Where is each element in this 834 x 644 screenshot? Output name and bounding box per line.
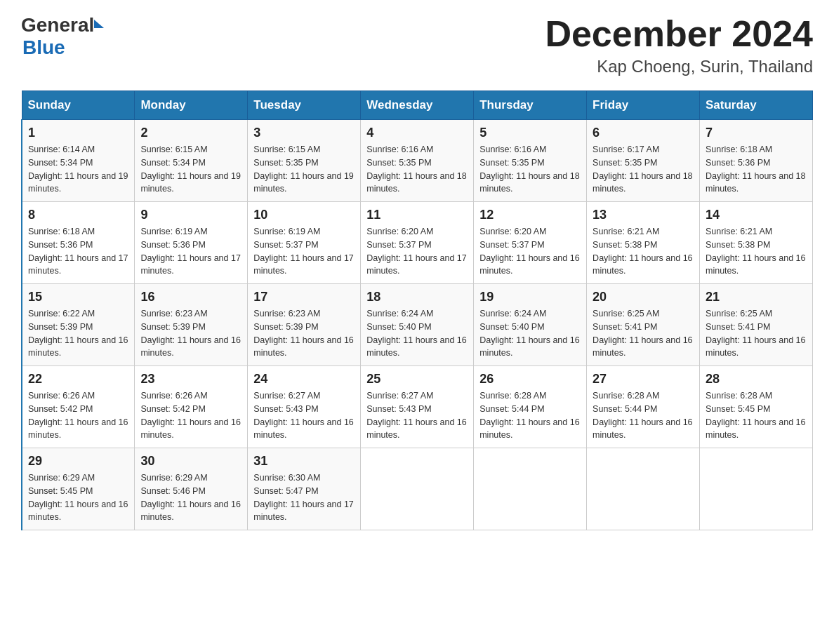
day-number: 31 — [253, 454, 355, 469]
calendar-cell: 31Sunrise: 6:30 AMSunset: 5:47 PMDayligh… — [248, 448, 361, 530]
weekday-header-row: SundayMondayTuesdayWednesdayThursdayFrid… — [22, 91, 813, 120]
day-info: Sunrise: 6:15 AMSunset: 5:34 PMDaylight:… — [140, 143, 241, 196]
weekday-header-saturday: Saturday — [700, 91, 813, 120]
calendar-cell: 11Sunrise: 6:20 AMSunset: 5:37 PMDayligh… — [361, 202, 474, 284]
calendar-cell: 26Sunrise: 6:28 AMSunset: 5:44 PMDayligh… — [474, 366, 587, 448]
day-number: 2 — [140, 126, 241, 140]
calendar-cell: 15Sunrise: 6:22 AMSunset: 5:39 PMDayligh… — [22, 284, 135, 366]
day-info: Sunrise: 6:19 AMSunset: 5:37 PMDaylight:… — [253, 225, 355, 278]
calendar-cell: 6Sunrise: 6:17 AMSunset: 5:35 PMDaylight… — [587, 120, 700, 202]
day-info: Sunrise: 6:28 AMSunset: 5:44 PMDaylight:… — [593, 389, 694, 442]
logo-arrow-icon — [94, 20, 104, 28]
weekday-header-tuesday: Tuesday — [248, 91, 361, 120]
calendar-cell: 23Sunrise: 6:26 AMSunset: 5:42 PMDayligh… — [135, 366, 248, 448]
day-info: Sunrise: 6:23 AMSunset: 5:39 PMDaylight:… — [253, 307, 355, 360]
day-info: Sunrise: 6:24 AMSunset: 5:40 PMDaylight:… — [479, 307, 581, 360]
day-info: Sunrise: 6:25 AMSunset: 5:41 PMDaylight:… — [706, 307, 807, 360]
calendar-cell: 20Sunrise: 6:25 AMSunset: 5:41 PMDayligh… — [587, 284, 700, 366]
day-number: 15 — [28, 290, 128, 304]
calendar-cell: 2Sunrise: 6:15 AMSunset: 5:34 PMDaylight… — [135, 120, 248, 202]
calendar-cell: 29Sunrise: 6:29 AMSunset: 5:45 PMDayligh… — [22, 448, 135, 530]
calendar-cell: 7Sunrise: 6:18 AMSunset: 5:36 PMDaylight… — [700, 120, 813, 202]
day-info: Sunrise: 6:29 AMSunset: 5:46 PMDaylight:… — [140, 471, 241, 524]
day-info: Sunrise: 6:25 AMSunset: 5:41 PMDaylight:… — [593, 307, 694, 360]
calendar-cell: 13Sunrise: 6:21 AMSunset: 5:38 PMDayligh… — [587, 202, 700, 284]
calendar-week-row: 22Sunrise: 6:26 AMSunset: 5:42 PMDayligh… — [22, 366, 813, 448]
day-info: Sunrise: 6:14 AMSunset: 5:34 PMDaylight:… — [28, 143, 128, 196]
day-number: 18 — [366, 290, 468, 304]
location-subtitle: Kap Choeng, Surin, Thailand — [545, 57, 813, 76]
day-number: 26 — [479, 372, 581, 387]
calendar-cell — [474, 448, 587, 530]
day-number: 20 — [593, 290, 694, 304]
day-info: Sunrise: 6:19 AMSunset: 5:36 PMDaylight:… — [140, 225, 241, 278]
day-number: 22 — [28, 372, 128, 387]
day-info: Sunrise: 6:16 AMSunset: 5:35 PMDaylight:… — [479, 143, 581, 196]
day-info: Sunrise: 6:15 AMSunset: 5:35 PMDaylight:… — [253, 143, 355, 196]
calendar-cell: 9Sunrise: 6:19 AMSunset: 5:36 PMDaylight… — [135, 202, 248, 284]
day-number: 23 — [140, 372, 241, 387]
day-info: Sunrise: 6:27 AMSunset: 5:43 PMDaylight:… — [366, 389, 468, 442]
day-info: Sunrise: 6:21 AMSunset: 5:38 PMDaylight:… — [706, 225, 807, 278]
day-number: 7 — [706, 126, 807, 140]
day-info: Sunrise: 6:18 AMSunset: 5:36 PMDaylight:… — [28, 225, 128, 278]
day-number: 6 — [593, 126, 694, 140]
day-info: Sunrise: 6:26 AMSunset: 5:42 PMDaylight:… — [140, 389, 241, 442]
calendar-cell: 5Sunrise: 6:16 AMSunset: 5:35 PMDaylight… — [474, 120, 587, 202]
calendar-cell: 27Sunrise: 6:28 AMSunset: 5:44 PMDayligh… — [587, 366, 700, 448]
day-info: Sunrise: 6:28 AMSunset: 5:44 PMDaylight:… — [479, 389, 581, 442]
month-year-title: December 2024 — [545, 14, 813, 54]
calendar-cell: 30Sunrise: 6:29 AMSunset: 5:46 PMDayligh… — [135, 448, 248, 530]
page-header: General Blue December 2024 Kap Choeng, S… — [21, 14, 813, 76]
day-number: 1 — [28, 126, 128, 140]
day-number: 17 — [253, 290, 355, 304]
calendar-cell: 25Sunrise: 6:27 AMSunset: 5:43 PMDayligh… — [361, 366, 474, 448]
weekday-header-sunday: Sunday — [22, 91, 135, 120]
calendar-cell: 3Sunrise: 6:15 AMSunset: 5:35 PMDaylight… — [248, 120, 361, 202]
calendar-cell: 8Sunrise: 6:18 AMSunset: 5:36 PMDaylight… — [22, 202, 135, 284]
day-number: 27 — [593, 372, 694, 387]
day-info: Sunrise: 6:17 AMSunset: 5:35 PMDaylight:… — [593, 143, 694, 196]
day-number: 28 — [706, 372, 807, 387]
day-number: 30 — [140, 454, 241, 469]
calendar-cell: 4Sunrise: 6:16 AMSunset: 5:35 PMDaylight… — [361, 120, 474, 202]
weekday-header-friday: Friday — [587, 91, 700, 120]
day-number: 24 — [253, 372, 355, 387]
day-number: 13 — [593, 208, 694, 222]
day-info: Sunrise: 6:27 AMSunset: 5:43 PMDaylight:… — [253, 389, 355, 442]
day-number: 19 — [479, 290, 581, 304]
day-number: 3 — [253, 126, 355, 140]
day-info: Sunrise: 6:21 AMSunset: 5:38 PMDaylight:… — [593, 225, 694, 278]
calendar-week-row: 1Sunrise: 6:14 AMSunset: 5:34 PMDaylight… — [22, 120, 813, 202]
calendar-cell — [361, 448, 474, 530]
calendar-cell: 21Sunrise: 6:25 AMSunset: 5:41 PMDayligh… — [700, 284, 813, 366]
day-number: 25 — [366, 372, 468, 387]
calendar-cell: 24Sunrise: 6:27 AMSunset: 5:43 PMDayligh… — [248, 366, 361, 448]
calendar-cell: 12Sunrise: 6:20 AMSunset: 5:37 PMDayligh… — [474, 202, 587, 284]
day-info: Sunrise: 6:16 AMSunset: 5:35 PMDaylight:… — [366, 143, 468, 196]
day-number: 12 — [479, 208, 581, 222]
day-number: 5 — [479, 126, 581, 140]
day-number: 21 — [706, 290, 807, 304]
calendar-week-row: 15Sunrise: 6:22 AMSunset: 5:39 PMDayligh… — [22, 284, 813, 366]
weekday-header-wednesday: Wednesday — [361, 91, 474, 120]
day-info: Sunrise: 6:26 AMSunset: 5:42 PMDaylight:… — [28, 389, 128, 442]
day-number: 11 — [366, 208, 468, 222]
calendar-cell — [700, 448, 813, 530]
calendar-cell: 22Sunrise: 6:26 AMSunset: 5:42 PMDayligh… — [22, 366, 135, 448]
day-number: 10 — [253, 208, 355, 222]
title-block: December 2024 Kap Choeng, Surin, Thailan… — [545, 14, 813, 76]
calendar-cell: 28Sunrise: 6:28 AMSunset: 5:45 PMDayligh… — [700, 366, 813, 448]
calendar-cell: 16Sunrise: 6:23 AMSunset: 5:39 PMDayligh… — [135, 284, 248, 366]
day-info: Sunrise: 6:24 AMSunset: 5:40 PMDaylight:… — [366, 307, 468, 360]
calendar-table: SundayMondayTuesdayWednesdayThursdayFrid… — [21, 90, 813, 530]
day-info: Sunrise: 6:30 AMSunset: 5:47 PMDaylight:… — [253, 471, 355, 524]
day-number: 8 — [28, 208, 128, 222]
day-info: Sunrise: 6:22 AMSunset: 5:39 PMDaylight:… — [28, 307, 128, 360]
weekday-header-thursday: Thursday — [474, 91, 587, 120]
calendar-cell: 17Sunrise: 6:23 AMSunset: 5:39 PMDayligh… — [248, 284, 361, 366]
calendar-cell: 1Sunrise: 6:14 AMSunset: 5:34 PMDaylight… — [22, 120, 135, 202]
logo: General Blue — [21, 14, 104, 59]
day-info: Sunrise: 6:28 AMSunset: 5:45 PMDaylight:… — [706, 389, 807, 442]
day-info: Sunrise: 6:20 AMSunset: 5:37 PMDaylight:… — [479, 225, 581, 278]
